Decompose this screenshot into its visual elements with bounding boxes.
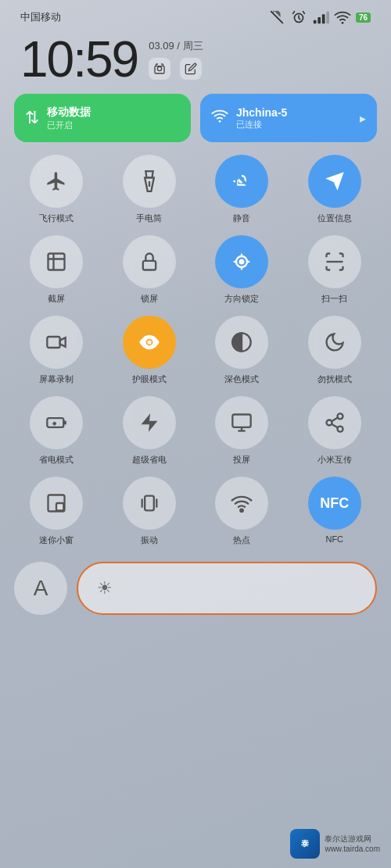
rotation-label: 方向锁定	[224, 293, 259, 305]
lockscreen-control[interactable]: 锁屏	[107, 235, 192, 305]
cast-control[interactable]: 投屏	[199, 396, 285, 466]
scan-label: 扫一扫	[321, 293, 347, 305]
vibrate-control[interactable]: 振动	[107, 477, 192, 546]
nfc-label: NFC	[325, 534, 343, 544]
mute-status-icon	[268, 9, 285, 26]
airplane-btn[interactable]	[30, 155, 83, 208]
alarm-status-icon	[290, 9, 307, 26]
svg-point-17	[146, 340, 152, 345]
mini-window-btn[interactable]	[30, 477, 83, 530]
camera-quick-icon[interactable]	[149, 58, 170, 80]
svg-point-9	[219, 120, 221, 123]
darkmode-control[interactable]: 深色模式	[199, 316, 285, 385]
svg-point-27	[337, 427, 343, 432]
mobile-data-toggle[interactable]: ⇅ 移动数据 已开启	[14, 94, 191, 142]
mobile-data-title: 移动数据	[47, 105, 91, 120]
flashlight-label: 手电筒	[136, 213, 162, 224]
airplane-control[interactable]: 飞行模式	[14, 155, 99, 224]
mobile-data-icon: ⇅	[25, 108, 39, 128]
wifi-arrow-icon: ▸	[360, 111, 366, 126]
mute-control[interactable]: 静音	[199, 155, 285, 224]
eyeprotect-btn[interactable]	[123, 316, 176, 369]
screenshot-label: 截屏	[48, 293, 65, 305]
screenrecord-label: 屏幕录制	[39, 373, 74, 385]
darkmode-btn[interactable]	[215, 316, 268, 369]
xiaomi-share-label: 小米互传	[317, 454, 352, 466]
svg-rect-30	[145, 496, 154, 511]
watermark-logo: 泰	[290, 829, 320, 859]
status-bar: 中国移动	[14, 0, 377, 28]
nfc-text: NFC	[320, 495, 349, 512]
mini-window-label: 迷你小窗	[39, 534, 74, 546]
wifi-toggle[interactable]: Jhchina-5 已连接 ▸	[200, 94, 377, 142]
svg-rect-2	[314, 20, 317, 24]
svg-point-26	[326, 420, 332, 426]
scan-btn[interactable]	[308, 235, 361, 288]
cast-label: 投屏	[233, 454, 250, 466]
lockscreen-btn[interactable]	[123, 235, 176, 288]
mute-btn[interactable]	[215, 155, 268, 208]
svg-rect-16	[48, 337, 60, 348]
super-saver-btn[interactable]	[123, 396, 176, 449]
control-grid: 飞行模式 手电筒 静音 位置信息 截屏	[14, 147, 377, 551]
quick-toggles-row: ⇅ 移动数据 已开启 Jhchina-5 已连接 ▸	[14, 88, 377, 147]
svg-rect-12	[143, 261, 156, 270]
screenshot-control[interactable]: 截屏	[14, 235, 99, 305]
watermark-text: 泰尔达游戏网 www.tairda.com	[325, 834, 380, 854]
xiaomi-share-control[interactable]: 小米互传	[292, 396, 378, 466]
wifi-toggle-title: Jhchina-5	[236, 106, 287, 119]
location-btn[interactable]	[308, 155, 361, 208]
carrier-label: 中国移动	[20, 10, 61, 24]
scan-control[interactable]: 扫一扫	[292, 235, 378, 305]
svg-rect-5	[326, 12, 329, 24]
location-control[interactable]: 位置信息	[292, 155, 378, 224]
vibrate-btn[interactable]	[123, 477, 176, 530]
nfc-control[interactable]: NFC NFC	[292, 477, 378, 546]
airplane-label: 飞行模式	[39, 213, 74, 224]
screenshot-btn[interactable]	[30, 235, 83, 288]
svg-point-14	[240, 260, 244, 264]
xiaomi-share-btn[interactable]	[308, 396, 361, 449]
svg-rect-22	[233, 415, 251, 427]
rotation-btn[interactable]	[215, 235, 268, 288]
wifi-status-icon	[334, 9, 351, 26]
signal-icon	[312, 9, 329, 26]
battery-saver-control[interactable]: 省电模式	[14, 396, 99, 466]
wifi-toggle-status: 已连接	[236, 119, 287, 130]
cast-btn[interactable]	[215, 396, 268, 449]
svg-rect-8	[155, 66, 164, 73]
dnd-btn[interactable]	[308, 316, 361, 369]
svg-point-7	[157, 66, 161, 70]
flashlight-control[interactable]: 手电筒	[107, 155, 192, 224]
svg-rect-3	[317, 17, 321, 23]
svg-point-25	[337, 413, 343, 419]
mini-window-control[interactable]: 迷你小窗	[14, 477, 99, 546]
nfc-btn[interactable]: NFC	[308, 477, 361, 530]
battery-saver-label: 省电模式	[39, 454, 74, 466]
screenrecord-btn[interactable]	[30, 316, 83, 369]
screenrecord-control[interactable]: 屏幕录制	[14, 316, 99, 385]
time-section: 10:59 03.09 / 周三	[14, 28, 377, 88]
rotation-control[interactable]: 方向锁定	[199, 235, 285, 305]
dnd-control[interactable]: 勿扰模式	[292, 316, 378, 385]
brightness-slider[interactable]: ☀	[77, 562, 377, 615]
hotspot-control[interactable]: 热点	[199, 477, 285, 546]
hotspot-btn[interactable]	[215, 477, 268, 530]
font-size-btn[interactable]: A	[14, 562, 67, 615]
eyeprotect-control[interactable]: 护眼模式	[107, 316, 192, 385]
battery-level: 76	[356, 13, 371, 23]
lockscreen-label: 锁屏	[141, 293, 158, 305]
battery-saver-btn[interactable]	[30, 396, 83, 449]
svg-rect-29	[56, 503, 63, 510]
super-saver-control[interactable]: 超级省电	[107, 396, 192, 466]
dnd-label: 勿扰模式	[317, 373, 352, 385]
status-icons: 76	[268, 9, 371, 26]
hotspot-label: 热点	[233, 534, 250, 546]
flashlight-btn[interactable]	[123, 155, 176, 208]
svg-rect-11	[48, 254, 65, 270]
brightness-icon: ☀	[97, 578, 113, 598]
edit-quick-icon[interactable]	[180, 58, 202, 80]
vibrate-label: 振动	[141, 534, 158, 546]
darkmode-label: 深色模式	[224, 373, 259, 385]
location-label: 位置信息	[317, 213, 352, 224]
